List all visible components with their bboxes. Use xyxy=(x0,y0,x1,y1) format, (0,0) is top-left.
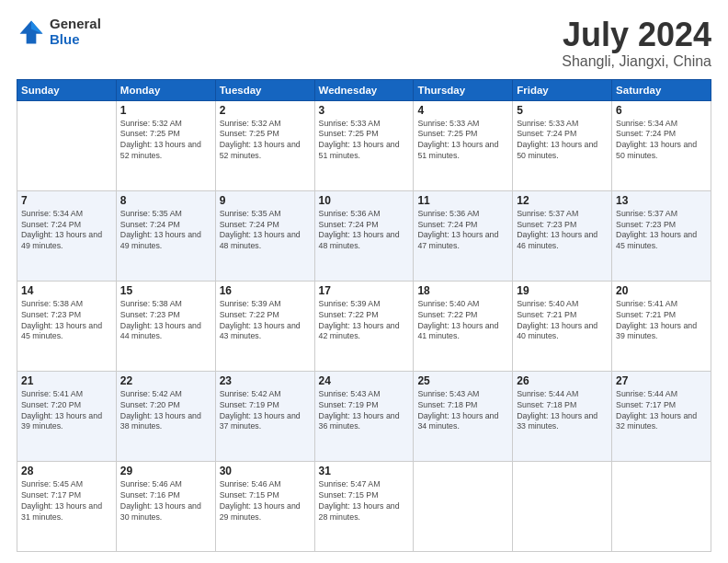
calendar-week-row: 14Sunrise: 5:38 AM Sunset: 7:23 PM Dayli… xyxy=(17,281,711,371)
calendar-cell xyxy=(17,100,117,190)
calendar-cell: 21Sunrise: 5:41 AM Sunset: 7:20 PM Dayli… xyxy=(17,371,117,461)
day-info: Sunrise: 5:35 AM Sunset: 7:24 PM Dayligh… xyxy=(120,209,211,253)
day-number: 18 xyxy=(417,284,508,297)
day-number: 13 xyxy=(616,194,707,207)
calendar-cell: 28Sunrise: 5:45 AM Sunset: 7:17 PM Dayli… xyxy=(17,461,117,551)
calendar-cell: 27Sunrise: 5:44 AM Sunset: 7:17 PM Dayli… xyxy=(612,371,711,461)
day-info: Sunrise: 5:33 AM Sunset: 7:24 PM Dayligh… xyxy=(517,119,608,163)
day-number: 19 xyxy=(517,284,608,297)
day-info: Sunrise: 5:33 AM Sunset: 7:25 PM Dayligh… xyxy=(319,119,410,163)
day-info: Sunrise: 5:32 AM Sunset: 7:25 PM Dayligh… xyxy=(220,119,311,163)
calendar-cell: 29Sunrise: 5:46 AM Sunset: 7:16 PM Dayli… xyxy=(116,461,215,551)
calendar-cell: 14Sunrise: 5:38 AM Sunset: 7:23 PM Dayli… xyxy=(17,281,117,371)
day-info: Sunrise: 5:32 AM Sunset: 7:25 PM Dayligh… xyxy=(120,119,211,163)
day-info: Sunrise: 5:36 AM Sunset: 7:24 PM Dayligh… xyxy=(417,209,508,253)
day-number: 4 xyxy=(417,104,508,117)
calendar-cell: 12Sunrise: 5:37 AM Sunset: 7:23 PM Dayli… xyxy=(513,190,612,281)
calendar-week-row: 7Sunrise: 5:34 AM Sunset: 7:24 PM Daylig… xyxy=(17,190,711,281)
weekday-header-tuesday: Tuesday xyxy=(215,79,314,100)
weekday-header-friday: Friday xyxy=(513,79,612,100)
day-info: Sunrise: 5:47 AM Sunset: 7:15 PM Dayligh… xyxy=(319,479,410,523)
day-number: 10 xyxy=(319,194,410,207)
calendar-cell: 23Sunrise: 5:42 AM Sunset: 7:19 PM Dayli… xyxy=(215,371,314,461)
day-number: 3 xyxy=(319,104,410,117)
day-number: 20 xyxy=(616,284,707,297)
calendar-cell: 19Sunrise: 5:40 AM Sunset: 7:21 PM Dayli… xyxy=(513,281,612,371)
calendar-cell: 31Sunrise: 5:47 AM Sunset: 7:15 PM Dayli… xyxy=(314,461,414,551)
day-number: 15 xyxy=(120,284,211,297)
day-info: Sunrise: 5:44 AM Sunset: 7:18 PM Dayligh… xyxy=(517,389,608,433)
calendar-week-row: 1Sunrise: 5:32 AM Sunset: 7:25 PM Daylig… xyxy=(17,100,711,190)
calendar-week-row: 21Sunrise: 5:41 AM Sunset: 7:20 PM Dayli… xyxy=(17,371,711,461)
day-info: Sunrise: 5:39 AM Sunset: 7:22 PM Dayligh… xyxy=(319,299,410,343)
calendar-cell: 4Sunrise: 5:33 AM Sunset: 7:25 PM Daylig… xyxy=(414,100,513,190)
calendar-cell: 30Sunrise: 5:46 AM Sunset: 7:15 PM Dayli… xyxy=(215,461,314,551)
calendar-cell: 10Sunrise: 5:36 AM Sunset: 7:24 PM Dayli… xyxy=(314,190,414,281)
day-number: 2 xyxy=(220,104,311,117)
day-number: 23 xyxy=(220,374,311,387)
calendar-cell: 16Sunrise: 5:39 AM Sunset: 7:22 PM Dayli… xyxy=(215,281,314,371)
calendar-week-row: 28Sunrise: 5:45 AM Sunset: 7:17 PM Dayli… xyxy=(17,461,711,551)
calendar-cell: 9Sunrise: 5:35 AM Sunset: 7:24 PM Daylig… xyxy=(215,190,314,281)
calendar-title: July 2024 xyxy=(562,17,711,53)
day-number: 16 xyxy=(220,284,311,297)
day-number: 26 xyxy=(517,374,608,387)
day-info: Sunrise: 5:38 AM Sunset: 7:23 PM Dayligh… xyxy=(120,299,211,343)
day-number: 17 xyxy=(319,284,410,297)
day-info: Sunrise: 5:43 AM Sunset: 7:18 PM Dayligh… xyxy=(417,389,508,433)
day-info: Sunrise: 5:37 AM Sunset: 7:23 PM Dayligh… xyxy=(616,209,707,253)
calendar-cell: 25Sunrise: 5:43 AM Sunset: 7:18 PM Dayli… xyxy=(414,371,513,461)
day-number: 12 xyxy=(517,194,608,207)
day-number: 6 xyxy=(616,104,707,117)
calendar-cell: 8Sunrise: 5:35 AM Sunset: 7:24 PM Daylig… xyxy=(116,190,215,281)
weekday-header-wednesday: Wednesday xyxy=(314,79,414,100)
day-info: Sunrise: 5:42 AM Sunset: 7:20 PM Dayligh… xyxy=(120,389,211,433)
day-number: 21 xyxy=(21,374,112,387)
title-block: July 2024 Shangli, Jiangxi, China xyxy=(562,17,711,70)
day-info: Sunrise: 5:42 AM Sunset: 7:19 PM Dayligh… xyxy=(220,389,311,433)
calendar-cell: 2Sunrise: 5:32 AM Sunset: 7:25 PM Daylig… xyxy=(215,100,314,190)
calendar-cell: 15Sunrise: 5:38 AM Sunset: 7:23 PM Dayli… xyxy=(116,281,215,371)
day-number: 11 xyxy=(417,194,508,207)
day-info: Sunrise: 5:34 AM Sunset: 7:24 PM Dayligh… xyxy=(21,209,112,253)
logo-text: General Blue xyxy=(50,17,101,47)
day-number: 25 xyxy=(417,374,508,387)
weekday-header-sunday: Sunday xyxy=(17,79,117,100)
calendar-cell: 20Sunrise: 5:41 AM Sunset: 7:21 PM Dayli… xyxy=(612,281,711,371)
day-info: Sunrise: 5:43 AM Sunset: 7:19 PM Dayligh… xyxy=(319,389,410,433)
calendar-cell: 17Sunrise: 5:39 AM Sunset: 7:22 PM Dayli… xyxy=(314,281,414,371)
calendar-cell: 5Sunrise: 5:33 AM Sunset: 7:24 PM Daylig… xyxy=(513,100,612,190)
day-number: 22 xyxy=(120,374,211,387)
day-info: Sunrise: 5:41 AM Sunset: 7:21 PM Dayligh… xyxy=(616,299,707,343)
weekday-header-row: SundayMondayTuesdayWednesdayThursdayFrid… xyxy=(17,79,711,100)
day-number: 1 xyxy=(120,104,211,117)
logo-general-text: General xyxy=(50,17,101,32)
day-number: 7 xyxy=(21,194,112,207)
calendar-cell: 13Sunrise: 5:37 AM Sunset: 7:23 PM Dayli… xyxy=(612,190,711,281)
calendar-cell: 22Sunrise: 5:42 AM Sunset: 7:20 PM Dayli… xyxy=(116,371,215,461)
page: General Blue July 2024 Shangli, Jiangxi,… xyxy=(0,0,728,563)
calendar-cell xyxy=(612,461,711,551)
day-info: Sunrise: 5:37 AM Sunset: 7:23 PM Dayligh… xyxy=(517,209,608,253)
day-info: Sunrise: 5:33 AM Sunset: 7:25 PM Dayligh… xyxy=(417,119,508,163)
weekday-header-monday: Monday xyxy=(116,79,215,100)
day-info: Sunrise: 5:39 AM Sunset: 7:22 PM Dayligh… xyxy=(220,299,311,343)
day-number: 30 xyxy=(220,465,311,477)
calendar-subtitle: Shangli, Jiangxi, China xyxy=(562,53,711,70)
calendar-cell: 18Sunrise: 5:40 AM Sunset: 7:22 PM Dayli… xyxy=(414,281,513,371)
calendar-cell: 24Sunrise: 5:43 AM Sunset: 7:19 PM Dayli… xyxy=(314,371,414,461)
calendar-cell xyxy=(513,461,612,551)
day-info: Sunrise: 5:46 AM Sunset: 7:15 PM Dayligh… xyxy=(220,479,311,523)
day-info: Sunrise: 5:35 AM Sunset: 7:24 PM Dayligh… xyxy=(220,209,311,253)
day-info: Sunrise: 5:40 AM Sunset: 7:22 PM Dayligh… xyxy=(417,299,508,343)
day-info: Sunrise: 5:44 AM Sunset: 7:17 PM Dayligh… xyxy=(616,389,707,433)
day-number: 31 xyxy=(319,465,410,477)
day-number: 29 xyxy=(120,465,211,477)
calendar-cell: 6Sunrise: 5:34 AM Sunset: 7:24 PM Daylig… xyxy=(612,100,711,190)
day-info: Sunrise: 5:36 AM Sunset: 7:24 PM Dayligh… xyxy=(319,209,410,253)
calendar-cell: 3Sunrise: 5:33 AM Sunset: 7:25 PM Daylig… xyxy=(314,100,414,190)
day-info: Sunrise: 5:38 AM Sunset: 7:23 PM Dayligh… xyxy=(21,299,112,343)
day-info: Sunrise: 5:41 AM Sunset: 7:20 PM Dayligh… xyxy=(21,389,112,433)
day-info: Sunrise: 5:34 AM Sunset: 7:24 PM Dayligh… xyxy=(616,119,707,163)
calendar-cell: 26Sunrise: 5:44 AM Sunset: 7:18 PM Dayli… xyxy=(513,371,612,461)
